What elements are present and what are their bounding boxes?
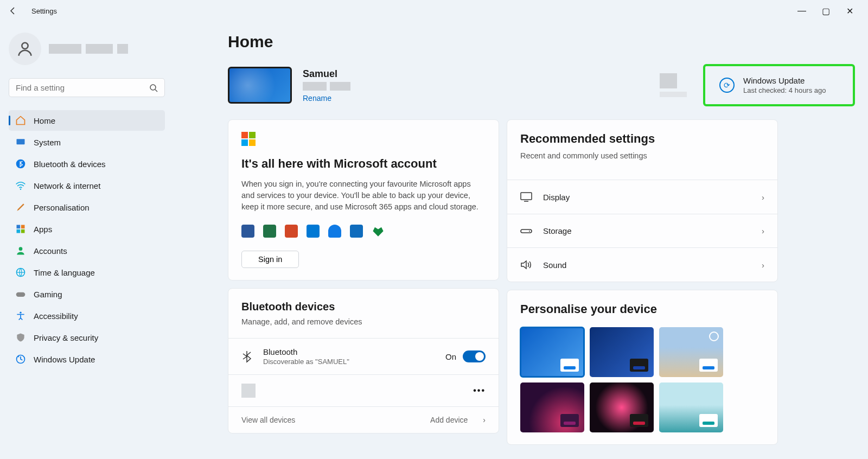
rec-label: Display [543, 193, 570, 202]
device-thumbnail[interactable] [228, 67, 292, 104]
nav-system[interactable]: System [9, 132, 165, 152]
rec-item-display[interactable]: Display › [507, 180, 777, 214]
powerpoint-icon [285, 225, 298, 238]
bluetooth-icon [15, 158, 26, 169]
pers-heading: Personalise your device [520, 302, 764, 316]
bt-sub: Manage, add, and remove devices [241, 317, 486, 326]
bt-state: On [445, 352, 456, 361]
svg-rect-8 [17, 229, 21, 233]
network-status-redacted [660, 73, 687, 97]
system-icon [15, 137, 26, 148]
main-content: Home Samuel Rename ⟳ Windows [174, 22, 868, 459]
nav-accounts[interactable]: Accounts [9, 240, 165, 261]
app-icons [241, 225, 486, 238]
wu-title: Windows Update [743, 76, 826, 85]
chevron-right-icon: › [762, 193, 764, 202]
nav-gaming[interactable]: Gaming [9, 284, 165, 304]
window-title: Settings [31, 7, 57, 15]
nav-windows-update[interactable]: Windows Update [9, 349, 165, 369]
rename-link[interactable]: Rename [303, 94, 350, 103]
nav-label: System [34, 138, 61, 147]
search-input[interactable] [16, 83, 149, 92]
back-button[interactable] [4, 7, 22, 15]
theme-option-4[interactable] [520, 382, 584, 432]
bt-heading: Bluetooth devices [241, 301, 486, 313]
rec-heading: Recommended settings [520, 132, 764, 146]
profile[interactable] [9, 33, 165, 65]
theme-option-1[interactable] [520, 327, 584, 377]
titlebar: Settings — ▢ ✕ [0, 0, 868, 22]
gamepad-icon [15, 289, 26, 299]
sound-icon [520, 260, 532, 270]
theme-option-6[interactable] [659, 382, 723, 432]
minimize-button[interactable]: — [796, 6, 807, 16]
search-icon [149, 84, 158, 92]
bt-row-title: Bluetooth [263, 347, 349, 356]
bluetooth-toggle[interactable] [463, 350, 486, 362]
refresh-icon: ⟳ [719, 78, 735, 93]
display-icon [520, 192, 532, 202]
view-all-link[interactable]: View all devices [241, 416, 295, 424]
nav-label: Time & language [34, 268, 95, 277]
sidebar: Home System Bluetooth & devices Network … [0, 22, 174, 459]
nav-home[interactable]: Home [9, 110, 165, 131]
close-button[interactable]: ✕ [844, 6, 855, 16]
rec-item-sound[interactable]: Sound › [507, 247, 777, 282]
excel-icon [263, 225, 276, 238]
maximize-button[interactable]: ▢ [820, 6, 831, 16]
nav-accessibility[interactable]: Accessibility [9, 305, 165, 326]
home-icon [15, 115, 26, 126]
device-model-redacted [303, 82, 350, 91]
svg-point-5 [20, 188, 22, 190]
ms-heading: It's all here with Microsoft account [241, 157, 486, 171]
nav-label: Apps [34, 225, 52, 234]
person-icon [15, 245, 26, 256]
bluetooth-icon [241, 350, 252, 363]
family-icon [372, 225, 385, 238]
device-header: Samuel Rename ⟳ Windows Update Last chec… [228, 64, 855, 106]
shield-icon [15, 332, 26, 343]
theme-option-3[interactable] [659, 327, 723, 377]
theme-option-2[interactable] [590, 327, 654, 377]
theme-option-5[interactable] [590, 382, 654, 432]
nav-network[interactable]: Network & internet [9, 175, 165, 196]
chevron-right-icon: › [762, 260, 764, 270]
search-box[interactable] [9, 78, 165, 97]
avatar [9, 33, 41, 65]
bluetooth-footer: View all devices Add device › [228, 406, 499, 433]
svg-rect-12 [16, 292, 25, 297]
add-device-link[interactable]: Add device [430, 416, 468, 424]
nav-time[interactable]: Time & language [9, 262, 165, 283]
nav-personalisation[interactable]: Personalisation [9, 197, 165, 218]
nav-label: Home [34, 116, 55, 125]
rec-label: Storage [543, 226, 572, 235]
nav-apps[interactable]: Apps [9, 219, 165, 239]
windows-update-card[interactable]: ⟳ Windows Update Last checked: 4 hours a… [703, 64, 855, 106]
more-menu[interactable]: ••• [473, 386, 486, 396]
rec-sub: Recent and commonly used settings [520, 151, 764, 160]
wu-subtitle: Last checked: 4 hours ago [743, 86, 826, 94]
svg-rect-9 [21, 229, 25, 233]
nav-privacy[interactable]: Privacy & security [9, 327, 165, 348]
nav-bluetooth[interactable]: Bluetooth & devices [9, 154, 165, 174]
apps-icon [15, 224, 26, 234]
rec-label: Sound [543, 260, 566, 270]
svg-point-4 [16, 160, 25, 169]
personalise-card: Personalise your device [507, 290, 778, 445]
microsoft-logo-icon [241, 132, 486, 146]
globe-icon [15, 267, 26, 278]
rec-item-storage[interactable]: Storage › [507, 214, 777, 247]
signin-button[interactable]: Sign in [241, 251, 299, 268]
accessibility-icon [15, 310, 26, 321]
nav-label: Accessibility [34, 311, 78, 321]
bluetooth-device-row[interactable]: ••• [228, 374, 499, 406]
nav-label: Bluetooth & devices [34, 160, 106, 169]
onedrive-icon [328, 225, 341, 238]
bluetooth-toggle-row[interactable]: Bluetooth Discoverable as "SAMUEL" On [228, 338, 499, 374]
profile-name-redacted [49, 44, 128, 54]
svg-rect-15 [521, 193, 532, 200]
ms-body: When you sign in, you're connecting your… [241, 178, 486, 213]
svg-point-10 [19, 247, 23, 251]
page-title: Home [228, 33, 855, 51]
svg-line-2 [155, 90, 157, 92]
